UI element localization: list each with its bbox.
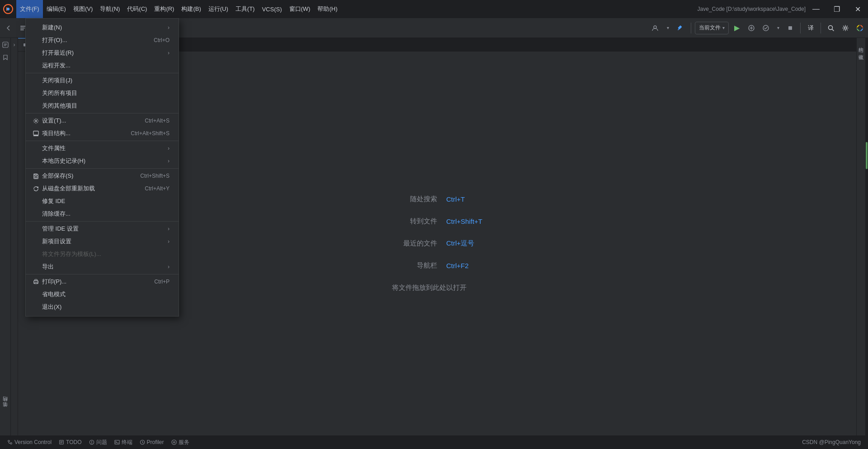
menu-manage-ide-label: 管理 IDE 设置	[42, 225, 79, 233]
menu-window[interactable]: 窗口(W)	[286, 0, 314, 18]
menu-edit[interactable]: 编辑(E)	[43, 0, 70, 18]
project-selector-label: 当前文件	[699, 24, 721, 32]
menu-project-structure-label: 项目结构...	[42, 129, 71, 137]
status-profiler[interactable]: Profiler	[136, 435, 168, 449]
status-csdn-text: CSDN @PingQuanYong	[802, 439, 861, 445]
menu-local-history[interactable]: 本地历史记录(H) ›	[26, 155, 179, 167]
menu-tools[interactable]: 工具(T)	[232, 0, 259, 18]
user-button[interactable]	[648, 21, 662, 35]
menu-open[interactable]: 打开(O)... Ctrl+O	[26, 34, 179, 47]
hint-search-label: 随处搜索	[392, 195, 437, 203]
svg-point-22	[8, 440, 9, 442]
menu-export[interactable]: 导出 ›	[26, 260, 179, 273]
scroll-indicator	[866, 142, 868, 169]
coverage-button[interactable]	[760, 22, 772, 34]
hint-row-goto: 转到文件 Ctrl+Shift+T	[392, 217, 482, 226]
menu-run[interactable]: 运行(U)	[205, 0, 232, 18]
menu-print[interactable]: 打印(P)... Ctrl+P	[26, 275, 179, 288]
menu-close-project[interactable]: 关闭项目(J)	[26, 74, 179, 87]
menu-close-all[interactable]: 关闭所有项目	[26, 87, 179, 99]
maximize-button[interactable]: ❐	[826, 0, 847, 18]
menu-code[interactable]: 代码(C)	[123, 0, 151, 18]
menu-power-save[interactable]: 省电模式	[26, 288, 179, 301]
menu-project-structure[interactable]: 项目结构... Ctrl+Alt+Shift+S	[26, 127, 179, 140]
menu-recent-arrow: ›	[168, 50, 170, 56]
menu-clear-cache[interactable]: 清除缓存...	[26, 208, 179, 220]
menu-view[interactable]: 视图(V)	[70, 0, 96, 18]
menu-settings[interactable]: 设置(T)... Ctrl+Alt+S	[26, 114, 179, 127]
status-bar: Version Control TODO 问题 终端 Profiler	[0, 435, 868, 449]
status-problems[interactable]: 问题	[85, 435, 111, 449]
status-version-control[interactable]: Version Control	[4, 435, 55, 449]
menu-section-6: 管理 IDE 设置 › 新项目设置 › 将文件另存为模板(L)... 导出 ›	[26, 221, 179, 274]
right-panel-favorites-tab[interactable]: 收藏	[856, 49, 866, 52]
translate-button[interactable]: 译	[804, 22, 817, 34]
status-bar-right: CSDN @PingQuanYong	[798, 439, 864, 445]
hint-drag-text: 将文件拖放到此处以打开	[392, 284, 467, 292]
menu-print-label: 打印(P)...	[42, 278, 66, 286]
menu-manage-ide[interactable]: 管理 IDE 设置 ›	[26, 222, 179, 235]
file-dropdown-menu: 新建(N) › 打开(O)... Ctrl+O 打开最近(R) › 远程开发..…	[25, 18, 179, 317]
status-todo[interactable]: TODO	[55, 435, 85, 449]
sidebar-icon-project[interactable]	[0, 40, 10, 50]
run-button[interactable]: ▶	[731, 22, 743, 34]
right-panel-structure-tab[interactable]: 结构	[856, 42, 866, 45]
menu-new-project-settings[interactable]: 新项目设置 ›	[26, 235, 179, 248]
window-title: Jave_Code [D:\study\workspace\Jave_Code]	[698, 6, 806, 12]
menu-print-shortcut: Ctrl+P	[145, 279, 170, 285]
menu-save-all-label: 全部保存(S)	[42, 172, 73, 180]
menu-new[interactable]: 新建(N) ›	[26, 21, 179, 34]
profiler-icon	[140, 440, 145, 445]
menu-local-history-label: 本地历史记录(H)	[42, 157, 85, 165]
build-button[interactable]	[745, 22, 758, 34]
toolbar-separator-4	[821, 23, 821, 33]
menu-section-2: 关闭项目(J) 关闭所有项目 关闭其他项目	[26, 73, 179, 113]
svg-rect-16	[34, 176, 37, 178]
menu-exit[interactable]: 退出(X)	[26, 301, 179, 313]
project-selector[interactable]: 当前文件 ▾	[695, 22, 729, 34]
menu-section-5: 全部保存(S) Ctrl+Shift+S 从磁盘全部重新加载 Ctrl+Alt+…	[26, 168, 179, 221]
status-services[interactable]: 服务	[168, 435, 193, 449]
toolbar-back-button[interactable]	[2, 21, 15, 35]
run-dropdown-button[interactable]: ▾	[774, 22, 782, 34]
menu-vcs[interactable]: VCS(S)	[258, 0, 285, 18]
menu-close-other[interactable]: 关闭其他项目	[26, 99, 179, 112]
menu-file[interactable]: 文件(F)	[16, 0, 43, 18]
status-terminal[interactable]: 终端	[111, 435, 136, 449]
sidebar-icon-bookmarks[interactable]	[0, 52, 10, 62]
sidebar-bookmarks-tab[interactable]: 书签	[0, 409, 10, 413]
menu-build[interactable]: 构建(B)	[178, 0, 204, 18]
menu-nav[interactable]: 导航(N)	[96, 0, 123, 18]
menu-open-shortcut: Ctrl+O	[145, 37, 170, 43]
menu-bar: 文件(F) 编辑(E) 视图(V) 导航(N) 代码(C) 重构(R) 构建(B…	[16, 0, 689, 18]
menu-help[interactable]: 帮助(H)	[314, 0, 341, 18]
menu-new-project-settings-arrow: ›	[168, 238, 170, 245]
toolbar-user-dropdown[interactable]: ▾	[664, 21, 672, 35]
settings-gear-button[interactable]	[839, 22, 852, 34]
sidebar-collapse-button[interactable]: ›	[14, 42, 15, 48]
menu-section-4: 文件属性 › 本地历史记录(H) ›	[26, 141, 179, 168]
search-button[interactable]	[825, 22, 837, 34]
menu-remote-label: 远程开发...	[42, 61, 71, 70]
close-button[interactable]: ✕	[847, 0, 868, 18]
hint-goto-key: Ctrl+Shift+T	[446, 217, 482, 225]
menu-close-all-label: 关闭所有项目	[42, 89, 77, 97]
hint-row-search: 随处搜索 Ctrl+T	[392, 195, 465, 203]
menu-save-all[interactable]: 全部保存(S) Ctrl+Shift+S	[26, 170, 179, 182]
plugins-button[interactable]	[854, 22, 866, 34]
minimize-button[interactable]: —	[806, 0, 826, 18]
toolbar-hammer-icon[interactable]	[674, 21, 687, 35]
print-icon	[32, 278, 39, 285]
menu-new-project-settings-label: 新项目设置	[42, 237, 71, 246]
menu-recent[interactable]: 打开最近(R) ›	[26, 47, 179, 59]
menu-file-props[interactable]: 文件属性 ›	[26, 142, 179, 155]
menu-repair-ide[interactable]: 修复 IDE	[26, 195, 179, 208]
menu-refactor[interactable]: 重构(R)	[151, 0, 178, 18]
menu-reload[interactable]: 从磁盘全部重新加载 Ctrl+Alt+Y	[26, 182, 179, 195]
menu-remote[interactable]: 远程开发...	[26, 59, 179, 72]
hint-search-key: Ctrl+T	[446, 195, 465, 203]
menu-section-1: 新建(N) › 打开(O)... Ctrl+O 打开最近(R) › 远程开发..…	[26, 20, 179, 73]
sidebar-structure-tab[interactable]: 结构	[0, 404, 10, 407]
status-services-label: 服务	[179, 439, 189, 446]
stop-button[interactable]	[784, 22, 797, 34]
